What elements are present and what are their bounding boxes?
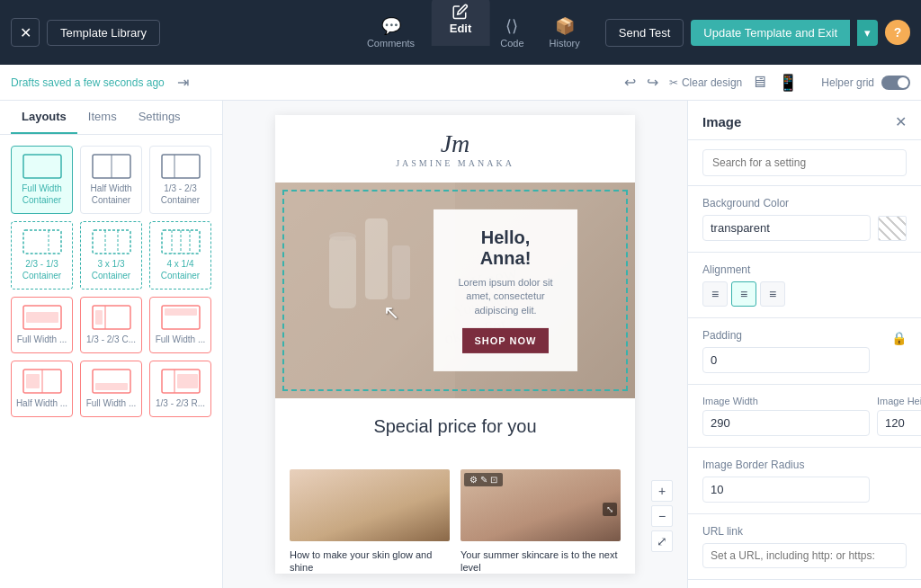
- svg-rect-25: [95, 383, 128, 390]
- code-tab[interactable]: ⟨⟩ Code: [489, 11, 534, 54]
- clear-design-button[interactable]: ✂ Clear design: [669, 76, 742, 89]
- update-template-dropdown[interactable]: ▾: [857, 20, 878, 46]
- sub-toolbar: Drafts saved a few seconds ago ⇥ ↩ ↪ ✂ C…: [0, 65, 921, 101]
- third-twothird-icon: [161, 154, 201, 179]
- scissors-icon: ✂: [669, 76, 678, 89]
- layout-full-red[interactable]: Full Width ...: [11, 297, 73, 353]
- layout-half-red[interactable]: Half Width ...: [11, 361, 73, 417]
- email-logo: Jm: [290, 129, 621, 158]
- email-header: Jm JASMINE MANAKA: [275, 115, 635, 183]
- layout-twothird-third[interactable]: 2/3 - 1/3Container: [11, 221, 73, 290]
- bg-color-row: [702, 215, 907, 241]
- hero-body-text: Lorem ipsum dolor sit amet, consectetur …: [455, 276, 556, 317]
- layout-third-twothird[interactable]: 1/3 - 2/3Container: [149, 146, 211, 214]
- layout-full-width[interactable]: Full WidthContainer: [11, 146, 73, 214]
- align-center-button[interactable]: ≡: [731, 281, 756, 307]
- panel-header: Image ✕: [688, 101, 921, 140]
- product-image-1: [290, 469, 450, 541]
- border-radius-input[interactable]: [702, 477, 870, 503]
- four-quarter-icon: [161, 229, 201, 254]
- edit-icon: [452, 4, 469, 20]
- layout-third-twothird-r[interactable]: 1/3 - 2/3 R...: [149, 361, 211, 417]
- alt-text-section: Alt Text: [688, 580, 921, 588]
- svg-point-34: [329, 232, 356, 241]
- align-left-button[interactable]: ≡: [702, 281, 728, 307]
- email-hero[interactable]: Knew You Were oking For ↖ Hello, Anna! L…: [275, 183, 635, 398]
- zoom-in-button[interactable]: +: [651, 480, 673, 502]
- svg-rect-18: [95, 310, 103, 325]
- layout-half-width[interactable]: Half WidthContainer: [80, 146, 142, 214]
- bg-color-input[interactable]: [702, 215, 871, 241]
- draft-status: Drafts saved a few seconds ago: [11, 76, 165, 89]
- svg-rect-33: [392, 245, 410, 299]
- update-template-button[interactable]: Update Template and Exit: [691, 20, 850, 46]
- send-test-button[interactable]: Send Test: [605, 19, 684, 47]
- fit-screen-button[interactable]: ⤢: [651, 530, 673, 552]
- panel-close-button[interactable]: ✕: [895, 113, 907, 130]
- tab-settings[interactable]: Settings: [128, 101, 192, 134]
- layout-four-quarter[interactable]: 4 x 1/4Container: [149, 221, 211, 290]
- image-height-input[interactable]: [877, 410, 921, 436]
- half-red-icon: [22, 369, 62, 394]
- border-radius-section: Image Border Radius: [688, 448, 921, 514]
- image-width-input[interactable]: [702, 410, 870, 436]
- tab-items[interactable]: Items: [77, 101, 128, 134]
- product-title-2: Your summer skincare is to the next leve…: [460, 548, 621, 575]
- tab-layouts[interactable]: Layouts: [11, 101, 77, 134]
- layout-full-red3[interactable]: Full Width ...: [80, 361, 142, 417]
- device-icons: 🖥 📱: [749, 71, 800, 94]
- hero-cta-button[interactable]: SHOP NOW: [462, 328, 550, 353]
- canvas-area: Jm JASMINE MANAKA: [223, 101, 687, 588]
- sub-toolbar-left: Drafts saved a few seconds ago ⇥: [11, 72, 613, 93]
- full-red3-icon: [92, 369, 131, 394]
- zoom-out-button[interactable]: −: [651, 505, 673, 527]
- url-input[interactable]: [702, 543, 907, 568]
- special-price-section: Special price for you: [275, 398, 635, 469]
- undo-button[interactable]: ↩: [621, 72, 639, 93]
- border-radius-label: Image Border Radius: [702, 459, 907, 471]
- url-label: URL link: [702, 525, 907, 538]
- collapse-sidebar-button[interactable]: ⇥: [172, 72, 194, 93]
- history-tab[interactable]: 📦 History: [539, 11, 591, 54]
- email-canvas: Jm JASMINE MANAKA: [275, 115, 635, 574]
- product-edit-badge: ⚙✎⊡: [464, 473, 503, 486]
- panel-search-input[interactable]: [702, 149, 907, 176]
- transparent-swatch[interactable]: [878, 216, 907, 241]
- panel-title: Image: [702, 114, 741, 129]
- panel-search-section: [688, 140, 921, 186]
- url-section: URL link: [688, 514, 921, 580]
- lock-icon: 🔒: [891, 331, 907, 345]
- edit-tab[interactable]: Edit: [432, 0, 490, 46]
- helper-grid-toggle: Helper grid: [821, 76, 910, 90]
- svg-rect-15: [26, 312, 58, 323]
- full-red-icon: [22, 305, 62, 330]
- close-button[interactable]: ✕: [11, 18, 40, 47]
- align-right-button[interactable]: ≡: [760, 281, 785, 307]
- sidebar-tabs: Layouts Items Settings: [0, 101, 222, 135]
- svg-rect-32: [365, 218, 388, 299]
- email-logo-subtext: JASMINE MANAKA: [290, 158, 621, 168]
- main-area: Layouts Items Settings Full WidthContain…: [0, 101, 921, 588]
- layout-full-red2[interactable]: Full Width ...: [149, 297, 211, 353]
- mobile-view-button[interactable]: 📱: [776, 71, 800, 94]
- product-resize-handle[interactable]: ⤡: [603, 503, 617, 516]
- product-card-2[interactable]: ⚙✎⊡ ⤡ Your summer skincare is to the nex…: [460, 469, 621, 575]
- right-panel: Image ✕ Background Color Alignment ≡ ≡ ≡…: [687, 101, 921, 588]
- full-width-icon: [22, 154, 62, 179]
- product-card-1[interactable]: How to make your skin glow and shine: [290, 469, 450, 575]
- desktop-view-button[interactable]: 🖥: [749, 71, 769, 94]
- template-library-button[interactable]: Template Library: [47, 20, 160, 46]
- helper-grid-switch[interactable]: [881, 76, 910, 90]
- comments-icon: 💬: [381, 16, 401, 36]
- undo-redo-group: ↩ ↪: [621, 72, 662, 93]
- dimensions-section: Image Width Image Height: [688, 385, 921, 448]
- svg-rect-3: [162, 155, 200, 178]
- padding-input[interactable]: [702, 347, 870, 373]
- redo-button[interactable]: ↪: [643, 72, 662, 93]
- layout-three-third[interactable]: 3 x 1/3Container: [80, 221, 142, 290]
- three-third-icon: [92, 229, 131, 254]
- comments-tab[interactable]: 💬 Comments: [356, 11, 425, 54]
- layout-third-twothird-red[interactable]: 1/3 - 2/3 C...: [80, 297, 142, 353]
- help-button[interactable]: ?: [885, 20, 910, 45]
- image-height-label: Image Height: [877, 396, 921, 406]
